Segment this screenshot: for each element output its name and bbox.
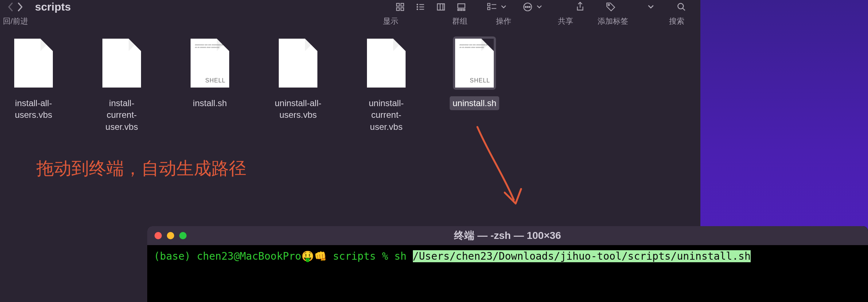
minimize-button[interactable] — [167, 232, 174, 239]
view-icon-button[interactable] — [390, 1, 410, 12]
action-button[interactable] — [517, 1, 538, 12]
file-icon — [14, 39, 53, 88]
terminal-path: /Users/chen23/Downloads/jihuo-tool/scrip… — [413, 250, 751, 262]
file-item[interactable]: install-current-user.vbs — [93, 36, 151, 134]
sublabel-view: 显示 — [343, 16, 438, 26]
search-button[interactable] — [671, 1, 692, 12]
sublabel-action: 操作 — [482, 16, 525, 26]
svg-rect-10 — [437, 4, 445, 10]
terminal-titlebar[interactable]: 终端 — -zsh — 100×36 — [147, 226, 868, 245]
svg-rect-1 — [401, 3, 404, 6]
svg-rect-16 — [463, 9, 465, 11]
shell-tag: SHELL — [470, 77, 490, 84]
svg-rect-3 — [401, 8, 404, 11]
file-name: uninstall-current-user.vbs — [357, 96, 415, 134]
finder-sublabel-row: 回/前进 显示 群组 操作 共享 添加标签 搜索 — [0, 14, 700, 30]
file-item[interactable]: ######### ### ### ######### ## ## ## ###… — [181, 36, 239, 134]
file-icon — [102, 39, 141, 88]
sublabel-tags: 添加标签 — [587, 16, 638, 26]
svg-rect-17 — [488, 3, 490, 5]
svg-point-23 — [527, 6, 528, 7]
terminal-prompt: (base) chen23@MacBookPro🤑👊 scripts % sh — [154, 250, 413, 262]
svg-point-22 — [525, 6, 526, 7]
zoom-button[interactable] — [179, 232, 187, 239]
file-item[interactable]: uninstall-current-user.vbs — [357, 36, 415, 134]
svg-point-6 — [417, 7, 418, 7]
file-name: install.sh — [190, 96, 230, 110]
terminal-body[interactable]: (base) chen23@MacBookPro🤑👊 scripts % sh … — [147, 245, 868, 267]
sublabel-share: 共享 — [544, 16, 587, 26]
nav-forward-button[interactable] — [14, 1, 27, 12]
group-button-wrap — [482, 1, 507, 12]
finder-window: scripts — [0, 0, 700, 222]
shell-file-icon: ######### ### ### ######### ## ## ## ###… — [455, 39, 494, 88]
tags-button[interactable] — [601, 1, 621, 12]
more-button-wrap — [641, 1, 661, 12]
view-mode-group — [390, 1, 472, 12]
svg-line-27 — [683, 8, 685, 10]
svg-point-25 — [608, 4, 610, 6]
tags-button-wrap — [601, 1, 621, 12]
close-button[interactable] — [155, 232, 162, 239]
view-gallery-button[interactable] — [451, 1, 472, 12]
file-item[interactable]: ######### ### ### ######### ## ## ## ###… — [445, 36, 504, 134]
svg-rect-2 — [396, 8, 399, 11]
more-caret-button[interactable] — [641, 1, 661, 12]
sublabel-nav: 回/前进 — [3, 16, 28, 26]
group-caret-icon[interactable] — [500, 1, 507, 12]
group-button[interactable] — [482, 1, 502, 12]
action-button-wrap — [517, 1, 543, 12]
svg-point-4 — [417, 4, 418, 5]
file-item[interactable]: install-all-users.vbs — [4, 36, 63, 134]
file-icon — [279, 39, 317, 88]
svg-rect-14 — [458, 9, 459, 11]
terminal-title: 终端 — -zsh — 100×36 — [454, 229, 561, 243]
shell-tag: SHELL — [205, 77, 226, 84]
share-button[interactable] — [570, 1, 590, 12]
svg-point-26 — [678, 3, 683, 9]
view-column-button[interactable] — [431, 1, 451, 12]
terminal-window: 终端 — -zsh — 100×36 (base) chen23@MacBook… — [147, 226, 868, 302]
file-name: uninstall.sh — [450, 96, 499, 110]
svg-point-24 — [529, 6, 530, 7]
search-button-wrap — [671, 1, 692, 12]
svg-rect-18 — [488, 7, 490, 9]
file-name: install-all-users.vbs — [4, 96, 63, 122]
file-name: install-current-user.vbs — [93, 96, 151, 134]
traffic-lights — [155, 232, 187, 239]
file-icon — [367, 39, 406, 88]
file-item[interactable]: uninstall-all-users.vbs — [269, 36, 327, 134]
file-grid: install-all-users.vbsinstall-current-use… — [0, 30, 700, 140]
annotation-text: 拖动到终端，自动生成路径 — [36, 157, 246, 180]
svg-rect-0 — [396, 3, 399, 6]
shell-file-icon: ######### ### ### ######### ## ## ## ###… — [191, 39, 229, 88]
sublabel-search: 搜索 — [653, 16, 700, 26]
share-button-wrap — [570, 1, 590, 12]
svg-rect-15 — [461, 9, 462, 11]
view-list-button[interactable] — [410, 1, 431, 12]
finder-toolbar: scripts — [0, 0, 700, 14]
svg-point-8 — [417, 9, 418, 9]
sublabel-group: 群组 — [438, 16, 482, 26]
action-caret-icon[interactable] — [536, 1, 543, 12]
folder-title: scripts — [35, 1, 71, 13]
file-name: uninstall-all-users.vbs — [269, 96, 327, 122]
svg-rect-13 — [458, 4, 465, 8]
